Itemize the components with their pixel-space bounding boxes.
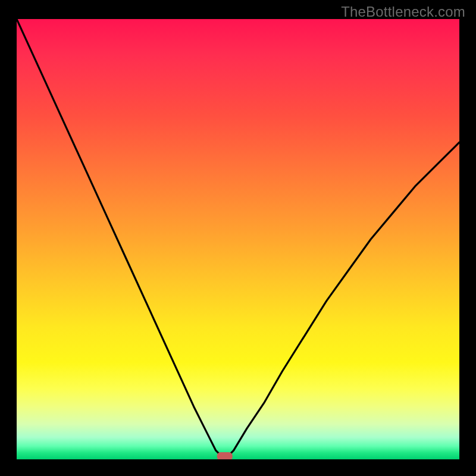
bottleneck-curve-line xyxy=(17,19,459,459)
watermark-text: TheBottleneck.com xyxy=(341,4,465,20)
optimal-point-marker xyxy=(217,452,233,459)
chart-container: TheBottleneck.com xyxy=(0,0,476,476)
plot-area xyxy=(17,19,459,459)
curve-svg xyxy=(17,19,459,459)
